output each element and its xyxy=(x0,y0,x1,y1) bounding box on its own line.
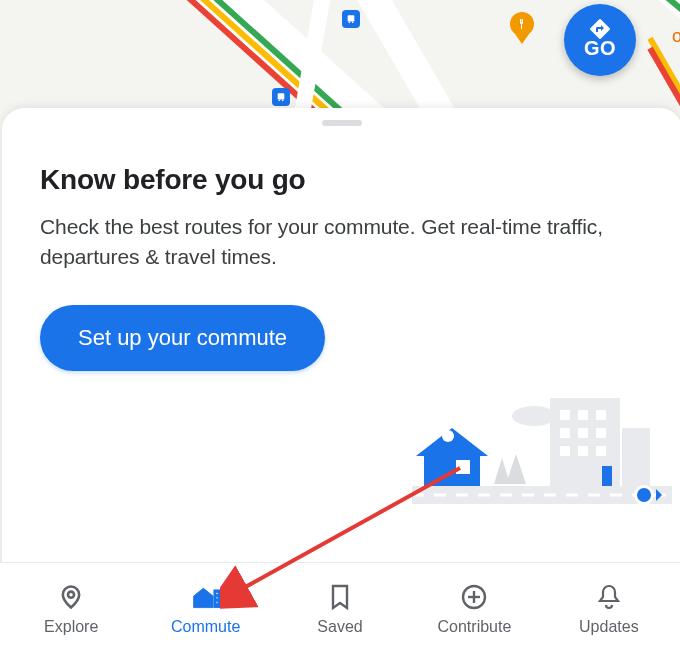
svg-point-18 xyxy=(512,406,556,426)
svg-point-4 xyxy=(279,100,281,102)
svg-point-28 xyxy=(637,488,651,502)
bell-icon xyxy=(594,582,624,612)
setup-commute-label: Set up your commute xyxy=(78,325,287,351)
bottom-nav: Explore Commute Saved Contribute xyxy=(0,562,680,650)
svg-point-30 xyxy=(68,591,74,597)
nav-commute-label: Commute xyxy=(171,618,240,636)
svg-rect-10 xyxy=(560,428,570,438)
svg-point-32 xyxy=(215,592,217,594)
bus-stop-icon xyxy=(272,88,290,106)
svg-marker-20 xyxy=(506,454,526,484)
sheet-title: Know before you go xyxy=(40,164,644,196)
svg-rect-15 xyxy=(596,446,606,456)
go-button-label: GO xyxy=(584,37,616,60)
nav-updates[interactable]: Updates xyxy=(542,582,676,636)
pin-icon xyxy=(56,582,86,612)
nav-commute[interactable]: Commute xyxy=(138,582,272,636)
nav-saved-label: Saved xyxy=(317,618,362,636)
svg-rect-17 xyxy=(622,428,650,486)
svg-rect-11 xyxy=(578,428,588,438)
nav-updates-label: Updates xyxy=(579,618,639,636)
svg-rect-12 xyxy=(596,428,606,438)
bookmark-icon xyxy=(325,582,355,612)
svg-point-34 xyxy=(215,601,217,603)
svg-rect-14 xyxy=(578,446,588,456)
house-icon xyxy=(191,582,221,612)
nav-explore[interactable]: Explore xyxy=(4,582,138,636)
nav-saved[interactable]: Saved xyxy=(273,582,407,636)
svg-rect-7 xyxy=(560,410,570,420)
nav-explore-label: Explore xyxy=(44,618,98,636)
svg-rect-8 xyxy=(578,410,588,420)
sheet-subtitle: Check the best routes for your commute. … xyxy=(40,212,644,273)
svg-rect-23 xyxy=(456,460,470,474)
svg-rect-3 xyxy=(278,93,285,99)
bus-stop-icon xyxy=(342,10,360,28)
commute-illustration xyxy=(412,398,672,518)
svg-rect-0 xyxy=(348,15,355,21)
plus-circle-icon xyxy=(459,582,489,612)
svg-rect-9 xyxy=(596,410,606,420)
map-label-fragment: ol xyxy=(672,26,680,47)
svg-point-2 xyxy=(352,22,354,24)
nav-contribute[interactable]: Contribute xyxy=(407,582,541,636)
svg-point-33 xyxy=(215,596,217,598)
go-button[interactable]: GO xyxy=(564,4,636,76)
svg-point-1 xyxy=(349,22,351,24)
setup-commute-button[interactable]: Set up your commute xyxy=(40,305,325,371)
svg-point-24 xyxy=(442,430,454,442)
svg-rect-22 xyxy=(424,456,480,486)
svg-rect-16 xyxy=(602,466,612,486)
svg-point-5 xyxy=(282,100,284,102)
nav-contribute-label: Contribute xyxy=(438,618,512,636)
restaurant-pin-icon[interactable] xyxy=(510,12,534,46)
svg-rect-13 xyxy=(560,446,570,456)
